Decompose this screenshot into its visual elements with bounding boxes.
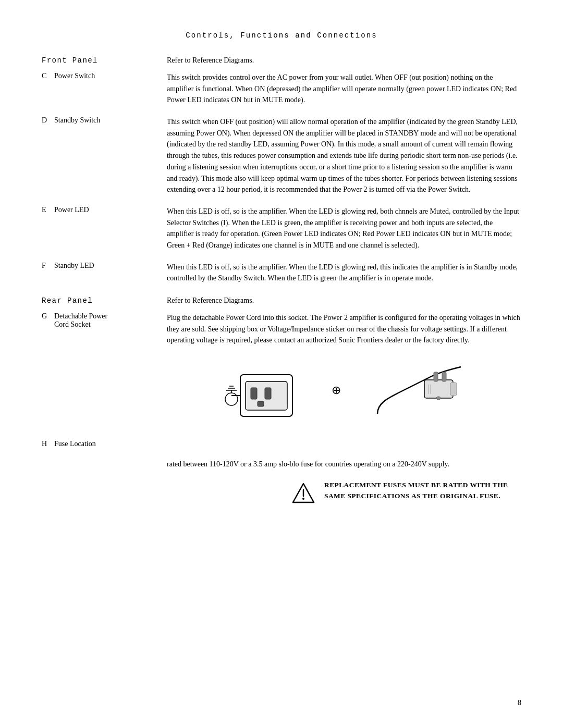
rear-panel-section: Rear Panel Refer to Reference Diagrams. <box>42 297 521 305</box>
entry-f-label: Standby LED <box>54 262 94 270</box>
entry-h-label: Fuse Location <box>54 440 96 448</box>
svg-rect-12 <box>434 372 438 381</box>
front-panel-description: Refer to Reference Diagrams. <box>167 56 521 65</box>
entry-f-text: When this LED is off, so is the amplifie… <box>167 262 521 284</box>
connector-images-row: ⊕ <box>167 362 521 424</box>
entry-f-letter: F <box>42 262 50 270</box>
entry-h-label-col: H Fuse Location <box>42 440 167 448</box>
page: Controls, Functions and Connections Fron… <box>0 0 563 728</box>
entry-g: G Detachable PowerCord Socket Plug the d… <box>42 312 521 346</box>
entry-d-letter: D <box>42 116 50 125</box>
power-socket-svg <box>222 362 300 424</box>
svg-rect-13 <box>442 372 446 381</box>
page-number: 8 <box>518 699 521 707</box>
entry-e-letter: E <box>42 206 50 214</box>
entry-c: C Power Switch This switch provides cont… <box>42 72 521 106</box>
front-panel-section: Front Panel Refer to Reference Diagrams. <box>42 56 521 65</box>
svg-rect-9 <box>258 401 264 406</box>
front-panel-label: Front Panel <box>42 56 167 65</box>
entry-d-label-col: D Standby Switch <box>42 116 167 125</box>
warning-icon <box>292 482 315 504</box>
entry-h: H Fuse Location <box>42 440 521 448</box>
entry-e: E Power LED When this LED is off, so is … <box>42 206 521 251</box>
svg-rect-8 <box>265 388 271 399</box>
plus-symbol: ⊕ <box>332 384 341 397</box>
svg-rect-16 <box>450 382 457 396</box>
power-socket-image <box>222 362 300 424</box>
warning-box: REPLACEMENT FUSES MUST BE RATED WITH THE… <box>292 479 521 504</box>
svg-rect-7 <box>251 388 257 399</box>
entry-f-label-col: F Standby LED <box>42 262 167 270</box>
svg-point-0 <box>225 393 238 405</box>
power-cord-svg <box>372 362 466 424</box>
entry-c-label-col: C Power Switch <box>42 72 167 80</box>
entry-c-label: Power Switch <box>54 72 95 80</box>
svg-point-20 <box>302 498 304 500</box>
entry-d-label: Standby Switch <box>54 116 100 125</box>
entry-g-label-col: G Detachable PowerCord Socket <box>42 312 167 329</box>
fuse-text-block: rated between 110-120V or a 3.5 amp slo-… <box>167 459 521 504</box>
rear-panel-label: Rear Panel <box>42 297 167 305</box>
entry-g-letter: G <box>42 312 50 320</box>
warning-text: REPLACEMENT FUSES MUST BE RATED WITH THE… <box>324 479 521 502</box>
fuse-text-para: rated between 110-120V or a 3.5 amp slo-… <box>167 459 521 470</box>
power-cord-image <box>372 362 466 424</box>
svg-point-17 <box>436 397 440 400</box>
entry-d: D Standby Switch This switch when OFF (o… <box>42 116 521 195</box>
entry-g-text: Plug the detachable Power Cord into this… <box>167 312 521 346</box>
entry-f: F Standby LED When this LED is off, so i… <box>42 262 521 284</box>
entry-e-text: When this LED is off, so is the amplifie… <box>167 206 521 251</box>
entry-h-letter: H <box>42 440 50 448</box>
entry-c-text: This switch provides control over the AC… <box>167 72 521 106</box>
entry-e-label-col: E Power LED <box>42 206 167 214</box>
entry-c-letter: C <box>42 72 50 80</box>
rear-panel-description: Refer to Reference Diagrams. <box>167 297 521 305</box>
entry-g-label: Detachable PowerCord Socket <box>54 312 107 329</box>
page-title: Controls, Functions and Connections <box>42 31 521 40</box>
entry-e-label: Power LED <box>54 206 89 214</box>
entry-d-text: This switch when OFF (out position) will… <box>167 116 521 195</box>
